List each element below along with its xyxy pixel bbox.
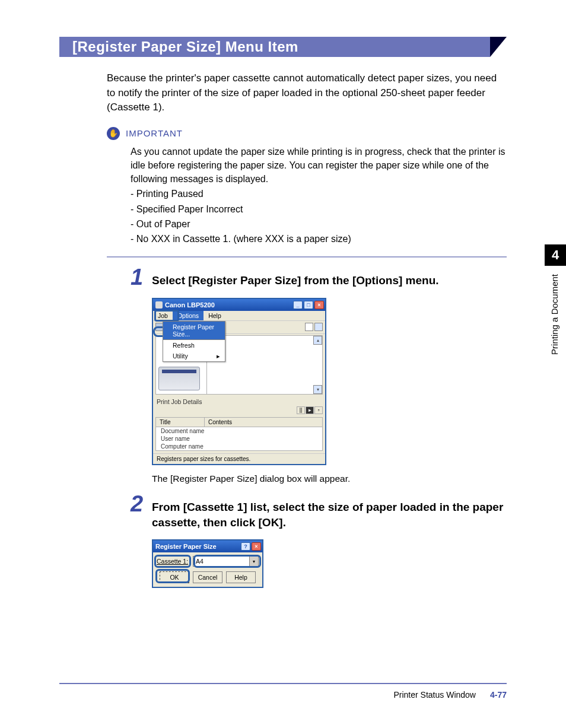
scroll-down-icon[interactable]: ▾ — [313, 385, 322, 394]
intro-paragraph: Because the printer's paper cassette can… — [107, 71, 507, 115]
combo-arrow-icon[interactable]: ▾ — [249, 557, 258, 566]
dropdown-utility-label: Utility — [173, 352, 188, 360]
row-user-name: User name — [156, 435, 322, 443]
print-job-details-label: Print Job Details — [153, 396, 325, 406]
section-title-bar: [Register Paper Size] Menu Item — [59, 37, 507, 57]
window-title: Canon LBP5200 — [155, 301, 293, 309]
row-document-name: Document name — [156, 427, 322, 435]
important-item-1: - Printing Paused — [131, 187, 507, 201]
step-1-note: The [Register Paper Size] dialog box wil… — [152, 473, 507, 484]
help-button[interactable]: Help — [226, 571, 256, 583]
toolbar-icon-b[interactable] — [314, 323, 323, 331]
cassette1-combo[interactable]: A4 ▾ — [193, 556, 259, 567]
cassette1-value: A4 — [196, 558, 203, 565]
important-label: IMPORTANT — [126, 128, 183, 138]
menu-options[interactable]: Options — [173, 311, 203, 320]
pause-icon[interactable]: || — [297, 406, 305, 414]
status-window-screenshot: Canon LBP5200 _ □ × Job Options Help — [152, 298, 326, 465]
footer-page: 4-77 — [490, 690, 507, 700]
chapter-label: Printing a Document — [545, 266, 564, 363]
footer-section: Printer Status Window — [393, 690, 476, 700]
step-1-number: 1 — [131, 265, 143, 290]
details-toolbar: || ▸ ▫ — [153, 406, 325, 416]
scroll-up-icon[interactable]: ▴ — [313, 336, 322, 345]
register-paper-size-dialog: Register Paper Size ? × Cassette 1: A4 ▾… — [152, 539, 263, 588]
dropdown-refresh[interactable]: Refresh — [163, 340, 225, 351]
important-icon: ✋ — [107, 127, 120, 140]
step-2-number: 2 — [131, 491, 143, 517]
important-item-2: - Specified Paper Incorrect — [131, 202, 507, 216]
menu-job[interactable]: Job — [153, 311, 173, 320]
statusbar: Registers paper sizes for cassettes. — [153, 453, 325, 464]
section-title: [Register Paper Size] Menu Item — [59, 37, 490, 57]
printer-icon — [158, 367, 200, 390]
chapter-number: 4 — [545, 244, 566, 266]
col-title: Title — [156, 418, 205, 427]
important-item-3: - Out of Paper — [131, 217, 507, 231]
maximize-icon[interactable]: □ — [304, 301, 313, 309]
important-body-text: As you cannot update the paper size whil… — [131, 145, 507, 186]
cassette1-label: Cassette 1: — [157, 558, 189, 565]
footer-line — [59, 683, 507, 684]
footer: Printer Status Window 4-77 — [59, 690, 507, 700]
submenu-arrow-icon: ▸ — [217, 352, 220, 360]
ok-button[interactable]: OK — [160, 571, 189, 583]
step-1-heading: Select [Register Paper Size] from the [O… — [152, 273, 507, 288]
step-1: 1 Select [Register Paper Size] from the … — [131, 273, 507, 484]
close-icon[interactable]: × — [314, 301, 324, 309]
row-computer-name: Computer name — [156, 443, 322, 450]
options-dropdown: Register Paper Size... Refresh Utility ▸ — [163, 321, 225, 362]
cancel-button[interactable]: Cancel — [193, 571, 222, 583]
delete-icon[interactable]: ▫ — [314, 406, 323, 414]
toolbar: Register Paper Size... Refresh Utility ▸ — [153, 321, 325, 334]
important-item-4: - No XXX in Cassette 1. (where XXX is a … — [131, 232, 507, 246]
dropdown-utility[interactable]: Utility ▸ — [163, 351, 225, 361]
toolbar-icon-a[interactable] — [305, 323, 313, 331]
menubar: Job Options Help — [153, 311, 325, 321]
details-table: Title Contents Document name User name C… — [155, 417, 323, 451]
minimize-icon[interactable]: _ — [293, 301, 303, 309]
play-icon[interactable]: ▸ — [306, 406, 314, 414]
dialog-titlebar: Register Paper Size ? × — [153, 541, 262, 552]
col-contents: Contents — [205, 418, 322, 427]
dialog-title: Register Paper Size — [155, 543, 241, 550]
side-tab: 4 Printing a Document — [545, 244, 566, 375]
help-icon[interactable]: ? — [241, 542, 250, 551]
important-block: ✋ IMPORTANT As you cannot update the pap… — [107, 127, 507, 246]
separator-line — [107, 256, 507, 257]
step-2-heading: From [Cassette 1] list, select the size … — [152, 500, 507, 530]
step-2: 2 From [Cassette 1] list, select the siz… — [131, 500, 507, 588]
window-titlebar: Canon LBP5200 _ □ × — [153, 299, 325, 311]
dropdown-register-paper-size[interactable]: Register Paper Size... — [163, 322, 225, 340]
menu-help[interactable]: Help — [203, 311, 226, 320]
dialog-close-icon[interactable]: × — [252, 542, 261, 551]
title-arrow — [490, 37, 507, 57]
